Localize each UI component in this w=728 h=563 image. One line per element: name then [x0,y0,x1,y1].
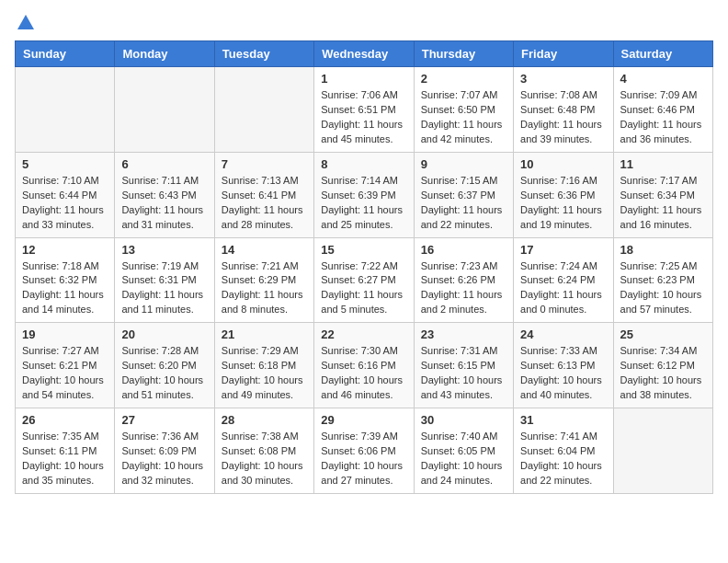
day-info: Sunrise: 7:27 AM Sunset: 6:21 PM Dayligh… [22,344,108,403]
day-info: Sunrise: 7:09 AM Sunset: 6:46 PM Dayligh… [620,88,706,147]
calendar-cell [115,67,214,153]
calendar-cell: 29Sunrise: 7:39 AM Sunset: 6:06 PM Dayli… [314,408,414,494]
calendar-cell: 22Sunrise: 7:30 AM Sunset: 6:16 PM Dayli… [314,323,414,408]
day-number: 2 [421,72,506,86]
day-info: Sunrise: 7:38 AM Sunset: 6:08 PM Dayligh… [222,430,307,488]
calendar-cell: 14Sunrise: 7:21 AM Sunset: 6:29 PM Dayli… [214,237,313,323]
calendar-cell: 31Sunrise: 7:41 AM Sunset: 6:04 PM Dayli… [514,408,613,494]
calendar-cell: 16Sunrise: 7:23 AM Sunset: 6:26 PM Dayli… [414,237,513,323]
day-number: 23 [421,327,506,341]
calendar-cell: 4Sunrise: 7:09 AM Sunset: 6:46 PM Daylig… [613,67,712,153]
calendar-table: SundayMondayTuesdayWednesdayThursdayFrid… [15,40,713,494]
day-number: 21 [222,327,307,341]
calendar-cell: 17Sunrise: 7:24 AM Sunset: 6:24 PM Dayli… [514,237,613,323]
calendar-cell: 3Sunrise: 7:08 AM Sunset: 6:48 PM Daylig… [514,67,613,153]
day-number: 30 [421,413,506,427]
day-number: 29 [321,413,406,427]
day-info: Sunrise: 7:13 AM Sunset: 6:41 PM Dayligh… [222,174,307,233]
calendar-cell: 11Sunrise: 7:17 AM Sunset: 6:34 PM Dayli… [613,152,712,237]
day-info: Sunrise: 7:15 AM Sunset: 6:37 PM Dayligh… [421,174,506,233]
day-info: Sunrise: 7:36 AM Sunset: 6:09 PM Dayligh… [121,430,207,488]
calendar-cell: 15Sunrise: 7:22 AM Sunset: 6:27 PM Dayli… [314,237,414,323]
day-number: 12 [22,243,108,257]
calendar-header-sunday: Sunday [16,41,115,67]
day-number: 28 [222,413,307,427]
calendar-cell: 10Sunrise: 7:16 AM Sunset: 6:36 PM Dayli… [514,152,613,237]
day-info: Sunrise: 7:14 AM Sunset: 6:39 PM Dayligh… [321,174,406,233]
calendar-header-thursday: Thursday [414,41,513,67]
day-number: 11 [620,157,706,171]
day-info: Sunrise: 7:11 AM Sunset: 6:43 PM Dayligh… [121,174,207,233]
calendar-cell [16,67,115,153]
calendar-cell: 5Sunrise: 7:10 AM Sunset: 6:44 PM Daylig… [16,152,115,237]
day-info: Sunrise: 7:17 AM Sunset: 6:34 PM Dayligh… [620,174,706,233]
calendar-cell: 12Sunrise: 7:18 AM Sunset: 6:32 PM Dayli… [16,237,115,323]
day-info: Sunrise: 7:06 AM Sunset: 6:51 PM Dayligh… [321,88,406,147]
calendar-cell: 23Sunrise: 7:31 AM Sunset: 6:15 PM Dayli… [414,323,513,408]
calendar-cell: 18Sunrise: 7:25 AM Sunset: 6:23 PM Dayli… [613,237,712,323]
calendar-week-row: 26Sunrise: 7:35 AM Sunset: 6:11 PM Dayli… [16,408,713,494]
day-number: 9 [421,157,506,171]
calendar-cell: 27Sunrise: 7:36 AM Sunset: 6:09 PM Dayli… [115,408,214,494]
calendar-cell: 19Sunrise: 7:27 AM Sunset: 6:21 PM Dayli… [16,323,115,408]
day-number: 17 [520,243,606,257]
calendar-cell: 25Sunrise: 7:34 AM Sunset: 6:12 PM Dayli… [613,323,712,408]
day-number: 27 [121,413,207,427]
calendar-cell [214,67,313,153]
calendar-cell: 26Sunrise: 7:35 AM Sunset: 6:11 PM Dayli… [16,408,115,494]
day-info: Sunrise: 7:33 AM Sunset: 6:13 PM Dayligh… [520,344,606,403]
calendar-cell: 20Sunrise: 7:28 AM Sunset: 6:20 PM Dayli… [115,323,214,408]
calendar-week-row: 19Sunrise: 7:27 AM Sunset: 6:21 PM Dayli… [16,323,713,408]
day-number: 5 [22,157,108,171]
day-info: Sunrise: 7:34 AM Sunset: 6:12 PM Dayligh… [620,344,706,403]
day-info: Sunrise: 7:07 AM Sunset: 6:50 PM Dayligh… [421,88,506,147]
day-info: Sunrise: 7:30 AM Sunset: 6:16 PM Dayligh… [321,344,406,403]
day-number: 26 [22,413,108,427]
day-number: 1 [321,72,406,86]
calendar-cell: 7Sunrise: 7:13 AM Sunset: 6:41 PM Daylig… [214,152,313,237]
day-info: Sunrise: 7:19 AM Sunset: 6:31 PM Dayligh… [121,259,207,318]
calendar-cell: 21Sunrise: 7:29 AM Sunset: 6:18 PM Dayli… [214,323,313,408]
day-info: Sunrise: 7:21 AM Sunset: 6:29 PM Dayligh… [222,259,307,318]
calendar-header-row: SundayMondayTuesdayWednesdayThursdayFrid… [16,41,713,67]
page-header [15,15,713,29]
day-info: Sunrise: 7:28 AM Sunset: 6:20 PM Dayligh… [121,344,207,403]
day-number: 8 [321,157,406,171]
day-number: 25 [620,327,706,341]
calendar-cell: 30Sunrise: 7:40 AM Sunset: 6:05 PM Dayli… [414,408,513,494]
calendar-cell: 9Sunrise: 7:15 AM Sunset: 6:37 PM Daylig… [414,152,513,237]
day-number: 15 [321,243,406,257]
day-number: 10 [520,157,606,171]
day-info: Sunrise: 7:41 AM Sunset: 6:04 PM Dayligh… [520,430,606,488]
day-number: 7 [222,157,307,171]
day-info: Sunrise: 7:24 AM Sunset: 6:24 PM Dayligh… [520,259,606,318]
day-number: 31 [520,413,606,427]
day-number: 24 [520,327,606,341]
calendar-cell: 24Sunrise: 7:33 AM Sunset: 6:13 PM Dayli… [514,323,613,408]
day-number: 20 [121,327,207,341]
calendar-cell: 28Sunrise: 7:38 AM Sunset: 6:08 PM Dayli… [214,408,313,494]
day-number: 6 [121,157,207,171]
day-info: Sunrise: 7:40 AM Sunset: 6:05 PM Dayligh… [421,430,506,488]
calendar-week-row: 1Sunrise: 7:06 AM Sunset: 6:51 PM Daylig… [16,67,713,153]
day-info: Sunrise: 7:25 AM Sunset: 6:23 PM Dayligh… [620,259,706,318]
calendar-cell: 1Sunrise: 7:06 AM Sunset: 6:51 PM Daylig… [314,67,414,153]
day-info: Sunrise: 7:22 AM Sunset: 6:27 PM Dayligh… [321,259,406,318]
calendar-week-row: 5Sunrise: 7:10 AM Sunset: 6:44 PM Daylig… [16,152,713,237]
day-number: 22 [321,327,406,341]
day-info: Sunrise: 7:29 AM Sunset: 6:18 PM Dayligh… [222,344,307,403]
logo [15,15,34,29]
day-info: Sunrise: 7:23 AM Sunset: 6:26 PM Dayligh… [421,259,506,318]
day-number: 18 [620,243,706,257]
calendar-cell [613,408,712,494]
day-info: Sunrise: 7:16 AM Sunset: 6:36 PM Dayligh… [520,174,606,233]
day-number: 3 [520,72,606,86]
day-number: 19 [22,327,108,341]
day-number: 16 [421,243,506,257]
calendar-cell: 13Sunrise: 7:19 AM Sunset: 6:31 PM Dayli… [115,237,214,323]
calendar-header-monday: Monday [115,41,214,67]
day-number: 4 [620,72,706,86]
calendar-cell: 6Sunrise: 7:11 AM Sunset: 6:43 PM Daylig… [115,152,214,237]
calendar-header-wednesday: Wednesday [314,41,414,67]
logo-triangle-icon [17,15,34,29]
